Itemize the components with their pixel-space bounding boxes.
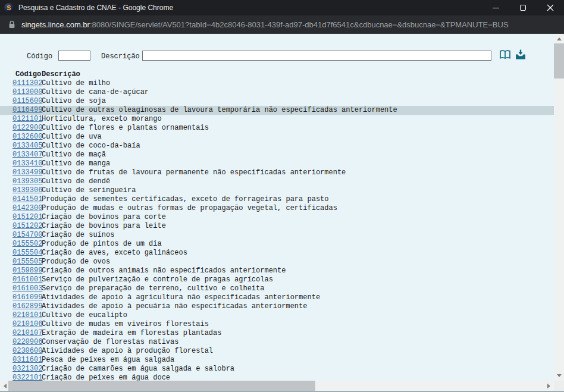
cnae-code-link[interactable]: 0133405: [12, 142, 42, 150]
cnae-code-link[interactable]: 0210101: [12, 311, 42, 320]
table-row: 0133410 Cultivo de manga: [0, 159, 554, 168]
cnae-code-link[interactable]: 0321302: [12, 365, 42, 374]
cnae-description: Produção de sementes certificadas, excet…: [42, 195, 328, 204]
cnae-description: Serviço de preparação de terreno, cultiv…: [42, 284, 264, 293]
table-row: 0122900 Cultivo de flores e plantas orna…: [0, 124, 554, 133]
cnae-code-link[interactable]: 0139305: [12, 177, 42, 186]
minimize-button[interactable]: [482, 0, 509, 15]
open-book-icon: [499, 50, 511, 59]
cnae-table-body: 0111302 Cultivo de milho 0113000 Cultivo…: [0, 79, 554, 381]
cnae-description: Cultivo de frutas de lavoura permanente …: [42, 168, 346, 177]
header-code: Código: [15, 70, 41, 79]
cnae-code-link[interactable]: 0132600: [12, 133, 42, 142]
cnae-description: Serviço de pulverização e controle de pr…: [42, 275, 273, 284]
vertical-scrollbar-thumb[interactable]: [554, 43, 564, 79]
app-favicon-icon: S: [4, 3, 14, 12]
table-row: 0210101 Cultivo de eucalipto: [0, 311, 554, 320]
table-row: 0121101 Horticultura, exceto morango: [0, 115, 554, 124]
cnae-code-link[interactable]: 0122900: [12, 124, 42, 133]
url-path: :8080/SINGE/servlet/AV501?tabId=4b2c8046…: [90, 20, 509, 29]
description-label: Descrição: [101, 52, 140, 61]
cnae-description: Criação de peixes em água doce: [42, 374, 170, 381]
favicon-letter: S: [7, 4, 11, 11]
scroll-right-button[interactable]: [544, 381, 554, 391]
cnae-code-link[interactable]: 0121101: [12, 115, 42, 124]
table-header: Código Descrição: [0, 70, 554, 79]
cnae-code-link[interactable]: 0155504: [12, 249, 42, 258]
cnae-code-link[interactable]: 0141501: [12, 195, 42, 204]
cnae-description: Cultivo de soja: [42, 97, 106, 106]
table-row: 0321302 Criação de camarões em água salg…: [0, 365, 554, 374]
cnae-description: Criação de bovinos para corte: [42, 213, 166, 222]
header-description: Descrição: [42, 70, 80, 79]
description-input[interactable]: [142, 51, 491, 61]
scroll-up-button[interactable]: [554, 34, 564, 44]
cnae-code-link[interactable]: 0111302: [12, 79, 42, 88]
cnae-description: Criação de suínos: [42, 231, 114, 240]
table-row: 0210106 Cultivo de mudas em viveiros flo…: [0, 320, 554, 329]
scrollbar-corner: [554, 381, 564, 391]
scroll-down-button[interactable]: [554, 371, 564, 381]
cnae-code-link[interactable]: 0210106: [12, 320, 42, 329]
cnae-description: Produção de ovos: [42, 258, 110, 266]
table-row: 0220906 Conservação de florestas nativas: [0, 338, 554, 347]
browser-window: S Pesquisa e Cadastro de CNAE - Google C…: [0, 0, 564, 392]
cnae-code-link[interactable]: 0151202: [12, 222, 42, 231]
cnae-code-link[interactable]: 0151201: [12, 213, 42, 222]
minimize-icon: [493, 8, 499, 8]
table-row: 0230600 Atividades de apoio à produção f…: [0, 347, 554, 356]
code-input[interactable]: [58, 51, 90, 61]
table-row: 0155502 Produção de pintos de um dia: [0, 240, 554, 249]
cnae-code-link[interactable]: 0161001: [12, 275, 42, 284]
vertical-scrollbar[interactable]: [554, 34, 564, 381]
triangle-right-icon: [547, 384, 550, 388]
cnae-code-link[interactable]: 0113000: [12, 88, 42, 97]
catalog-button[interactable]: [499, 49, 512, 61]
save-import-icon: [515, 49, 527, 60]
cnae-description: Cultivo de dendê: [42, 177, 110, 186]
cnae-description: Extração de madeira em florestas plantad…: [42, 329, 221, 338]
table-row: 0154700 Criação de suínos: [0, 231, 554, 240]
cnae-code-link[interactable]: 0133410: [12, 159, 42, 168]
table-row: 0159899 Criação de outros animais não es…: [0, 266, 554, 275]
cnae-code-link[interactable]: 0161003: [12, 284, 42, 293]
horizontal-scrollbar-thumb[interactable]: [8, 381, 315, 391]
table-row: 0322101 Criação de peixes em água doce: [0, 374, 554, 381]
cnae-code-link[interactable]: 0115600: [12, 97, 42, 106]
cnae-code-link[interactable]: 0155502: [12, 240, 42, 249]
triangle-left-icon: [4, 384, 7, 388]
cnae-description: Horticultura, exceto morango: [42, 115, 162, 124]
cnae-code-link[interactable]: 0142300: [12, 204, 42, 213]
cnae-code-link[interactable]: 0159899: [12, 266, 42, 275]
maximize-button[interactable]: [509, 0, 537, 15]
cnae-code-link[interactable]: 0322101: [12, 374, 42, 381]
table-row: 0210107 Extração de madeira em florestas…: [0, 329, 554, 338]
cnae-description: Criação de camarões em água salgada e sa…: [42, 365, 234, 374]
table-row: 0116499 Cultivo de outras oleaginosas de…: [0, 106, 554, 115]
table-row: 0162899 Atividades de apoio à pecuária n…: [0, 302, 554, 311]
close-button[interactable]: [537, 0, 564, 15]
cnae-description: Cultivo de milho: [42, 79, 110, 88]
title-bar: S Pesquisa e Cadastro de CNAE - Google C…: [0, 0, 564, 15]
lock-icon[interactable]: [8, 20, 15, 29]
horizontal-scrollbar[interactable]: [0, 381, 554, 391]
cnae-code-link[interactable]: 0161099: [12, 293, 42, 302]
cnae-code-link[interactable]: 0311601: [12, 356, 42, 365]
page-content: Código Descrição Código Descrição 011130…: [0, 34, 554, 381]
export-button[interactable]: [514, 49, 527, 61]
cnae-description: Cultivo de cana-de-açúcar: [42, 88, 149, 97]
cnae-code-link[interactable]: 0210107: [12, 329, 42, 338]
cnae-code-link[interactable]: 0162899: [12, 302, 42, 311]
cnae-description: Cultivo de uva: [42, 133, 102, 142]
cnae-table: Código Descrição 0111302 Cultivo de milh…: [0, 70, 554, 381]
cnae-code-link[interactable]: 0133499: [12, 168, 42, 177]
maximize-icon: [520, 5, 526, 11]
cnae-code-link[interactable]: 0133407: [12, 150, 42, 159]
table-row: 0132600 Cultivo de uva: [0, 133, 554, 142]
cnae-code-link[interactable]: 0230600: [12, 347, 42, 356]
cnae-code-link[interactable]: 0220906: [12, 338, 42, 347]
cnae-code-link[interactable]: 0155505: [12, 258, 42, 266]
cnae-code-link[interactable]: 0116499: [12, 106, 42, 115]
cnae-code-link[interactable]: 0154700: [12, 231, 42, 240]
cnae-code-link[interactable]: 0139306: [12, 186, 42, 195]
